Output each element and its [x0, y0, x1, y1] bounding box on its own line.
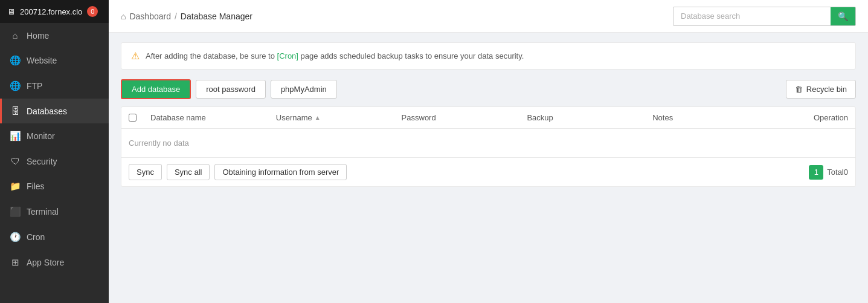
sidebar-item-ftp-label: FTP — [27, 81, 42, 91]
server-icon: 🖥 — [7, 7, 15, 16]
root-password-button[interactable]: root password — [196, 80, 266, 99]
database-table: Database name Username ▲ Password Backup… — [121, 106, 856, 187]
sidebar-item-databases-label: Databases — [27, 106, 67, 116]
appstore-icon: ⊞ — [10, 257, 21, 268]
select-all-checkbox[interactable] — [129, 114, 137, 122]
notice-text: After adding the database, be sure to [C… — [146, 51, 524, 60]
total-label: Total0 — [827, 168, 848, 177]
search-button[interactable]: 🔍 — [831, 7, 855, 25]
files-icon: 📁 — [10, 181, 21, 192]
sidebar-item-files-label: Files — [27, 181, 45, 191]
notes-header: Notes — [645, 113, 771, 122]
notice-after: page adds scheduled backup tasks to ensu… — [301, 51, 524, 60]
cron-icon: 🕐 — [10, 232, 21, 243]
ftp-icon: 🌐 — [10, 80, 21, 91]
sidebar-item-monitor-label: Monitor — [27, 131, 55, 141]
password-header: Password — [394, 113, 520, 122]
sidebar-header: 🖥 200712.fornex.clo 0 — [0, 0, 109, 23]
backup-header: Backup — [519, 113, 645, 122]
sidebar-item-monitor[interactable]: 📊 Monitor — [0, 123, 109, 149]
sort-icon: ▲ — [315, 114, 321, 121]
sidebar-item-appstore[interactable]: ⊞ App Store — [0, 250, 109, 275]
terminal-icon: ⬛ — [10, 206, 21, 217]
recycle-bin-button[interactable]: 🗑 Recycle bin — [786, 80, 856, 99]
username-header: Username ▲ — [269, 113, 394, 122]
toolbar: Add database root password phpMyAdmin 🗑 … — [121, 79, 856, 99]
sidebar-item-security[interactable]: 🛡 Security — [0, 149, 109, 174]
sidebar-item-home[interactable]: ⌂ Home — [0, 23, 109, 48]
breadcrumb-separator: / — [175, 11, 177, 21]
sidebar-item-terminal[interactable]: ⬛ Terminal — [0, 199, 109, 224]
no-data-row: Currently no data — [121, 129, 855, 158]
phpmyadmin-button[interactable]: phpMyAdmin — [271, 80, 337, 99]
add-database-button[interactable]: Add database — [121, 79, 191, 99]
sidebar-item-cron[interactable]: 🕐 Cron — [0, 224, 109, 250]
databases-icon: 🗄 — [10, 106, 21, 116]
sidebar: 🖥 200712.fornex.clo 0 ⌂ Home 🌐 Website 🌐… — [0, 0, 109, 303]
notification-badge: 0 — [87, 6, 98, 17]
breadcrumb-home: Dashboard — [129, 11, 171, 21]
content-area: ⚠ After adding the database, be sure to … — [109, 33, 868, 303]
monitor-icon: 📊 — [10, 131, 21, 142]
operation-header: Operation — [771, 113, 855, 122]
header: ⌂ Dashboard / Database Manager 🔍 — [109, 0, 868, 33]
recycle-bin-label: Recycle bin — [806, 85, 847, 94]
notice-before: After adding the database, be sure to — [146, 51, 275, 60]
page-number: 1 — [809, 165, 823, 180]
table-footer: Sync Sync all Obtaining information from… — [121, 158, 855, 186]
sidebar-item-security-label: Security — [27, 157, 57, 166]
sidebar-item-files[interactable]: 📁 Files — [0, 174, 109, 199]
sidebar-item-cron-label: Cron — [27, 232, 45, 242]
sidebar-item-home-label: Home — [27, 31, 49, 41]
sidebar-item-terminal-label: Terminal — [27, 207, 59, 217]
sidebar-item-website-label: Website — [27, 56, 57, 65]
warning-icon: ⚠ — [131, 50, 140, 62]
cron-link[interactable]: [Cron] — [277, 51, 298, 60]
sidebar-item-website[interactable]: 🌐 Website — [0, 48, 109, 73]
sidebar-item-databases[interactable]: 🗄 Databases — [0, 99, 109, 123]
db-name-header: Database name — [143, 113, 269, 122]
sync-button[interactable]: Sync — [129, 164, 162, 180]
sync-all-button[interactable]: Sync all — [167, 164, 210, 180]
sidebar-item-ftp[interactable]: 🌐 FTP — [0, 73, 109, 99]
obtaining-info-button[interactable]: Obtaining information from server — [214, 164, 347, 180]
website-icon: 🌐 — [10, 55, 21, 66]
main-area: ⌂ Dashboard / Database Manager 🔍 ⚠ After… — [109, 0, 868, 303]
pagination-info: 1 Total0 — [809, 165, 848, 180]
notice-banner: ⚠ After adding the database, be sure to … — [121, 42, 856, 70]
shield-icon: 🛡 — [10, 156, 21, 166]
home-breadcrumb-icon: ⌂ — [121, 11, 126, 21]
recycle-icon: 🗑 — [795, 85, 803, 94]
table-header: Database name Username ▲ Password Backup… — [121, 107, 855, 129]
account-label: 200712.fornex.clo — [20, 7, 82, 16]
search-box: 🔍 — [673, 7, 856, 26]
breadcrumb-current: Database Manager — [181, 11, 252, 21]
home-icon: ⌂ — [10, 30, 21, 41]
sidebar-item-appstore-label: App Store — [27, 258, 64, 267]
select-all-header — [121, 113, 143, 122]
search-input[interactable] — [674, 8, 831, 24]
breadcrumb: ⌂ Dashboard / Database Manager — [121, 11, 252, 21]
